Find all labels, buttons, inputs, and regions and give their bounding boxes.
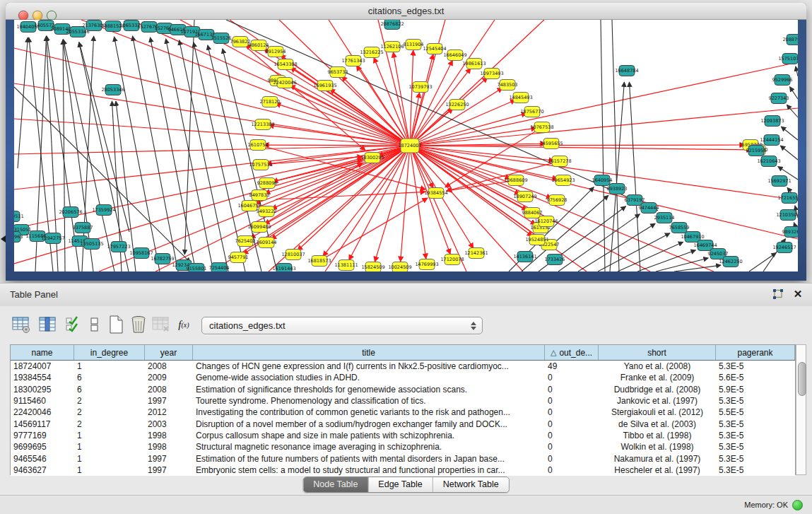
citation-edge-red[interactable]: [14, 83, 410, 146]
citation-edge-red[interactable]: [264, 146, 410, 224]
table-settings-icon[interactable]: [11, 315, 31, 334]
graph-node[interactable]: 9155801: [187, 264, 207, 272]
graph-node[interactable]: 19246517: [772, 243, 796, 253]
cell-title[interactable]: Investigating the contribution of common…: [193, 407, 545, 418]
cell-out_degree[interactable]: 0: [545, 384, 599, 395]
graph-node[interactable]: 8215955: [746, 146, 767, 156]
cell-out_degree[interactable]: 0: [545, 452, 599, 464]
network-canvas-svg[interactable]: 1940405614055724208914062055334621376300…: [14, 20, 798, 271]
graph-node[interactable]: 16961935: [313, 81, 336, 91]
cell-name[interactable]: 9465546: [11, 452, 74, 464]
cell-pagerank[interactable]: 5.3E-5: [716, 418, 795, 429]
graph-node[interactable]: 5493222: [257, 206, 277, 217]
cell-title[interactable]: Estimation of significance thresholds fo…: [193, 384, 545, 395]
citation-edge-black[interactable]: [610, 82, 624, 271]
graph-node[interactable]: 2718120: [260, 97, 281, 107]
cell-title[interactable]: Estimation of the future numbers of pati…: [193, 452, 545, 464]
cell-out_degree[interactable]: 0: [545, 418, 599, 429]
cell-year[interactable]: 2003: [145, 418, 193, 429]
row-format-icon[interactable]: [85, 315, 105, 334]
cell-name[interactable]: 18300295: [11, 384, 74, 395]
graph-node[interactable]: 7658559: [669, 223, 690, 233]
citation-edge-red[interactable]: [410, 54, 433, 146]
table-row[interactable]: 1456911722003Disruption of a novel membe…: [11, 418, 795, 429]
cell-year[interactable]: 2009: [145, 372, 193, 383]
cell-name[interactable]: 9115460: [11, 395, 74, 407]
cell-pagerank[interactable]: 5.3E-5: [716, 441, 795, 452]
citation-edge-black[interactable]: [522, 195, 608, 271]
cell-year[interactable]: 1997: [145, 395, 193, 407]
cell-name[interactable]: 9699695: [11, 441, 74, 452]
graph-node[interactable]: 7963822: [230, 37, 251, 47]
graph-node[interactable]: 15751074: [778, 54, 798, 64]
edit-columns-icon[interactable]: [64, 315, 83, 334]
cell-out_degree[interactable]: 0: [545, 430, 599, 441]
graph-node[interactable]: 9893268: [782, 227, 798, 238]
graph-node[interactable]: 15824509: [361, 262, 384, 272]
citation-edge-black[interactable]: [133, 36, 178, 271]
cell-year[interactable]: 2012: [145, 407, 193, 418]
citation-edge-red[interactable]: [410, 146, 466, 271]
graph-node[interactable]: 9457791: [228, 252, 249, 263]
column-header-year[interactable]: year: [145, 345, 193, 360]
cell-out_degree[interactable]: 0: [545, 441, 599, 452]
table-row[interactable]: 2242004622012Investigating the contribut…: [11, 407, 795, 418]
graph-node[interactable]: 16157278: [548, 156, 571, 167]
cell-title[interactable]: Disruption of a novel member of a sodium…: [193, 418, 545, 429]
graph-node[interactable]: 10973493: [480, 69, 503, 79]
table-row[interactable]: 1830029562008Estimation of significance …: [11, 384, 795, 395]
graph-node[interactable]: 14136141: [513, 252, 536, 262]
delete-columns-icon[interactable]: [129, 315, 148, 334]
graph-node[interactable]: 20206576: [59, 207, 82, 218]
graph-node[interactable]: 1610754: [248, 140, 269, 151]
cell-in_degree[interactable]: 2: [74, 407, 145, 418]
graph-node[interactable]: 17216555: [777, 193, 798, 204]
graph-node[interactable]: 1640954: [592, 175, 613, 186]
tab-edge-table[interactable]: Edge Table: [368, 477, 433, 492]
cell-year[interactable]: 2008: [145, 361, 193, 372]
graph-node[interactable]: 9653733: [328, 67, 348, 78]
graph-node[interactable]: 16818573: [307, 256, 331, 267]
cell-in_degree[interactable]: 1: [74, 430, 145, 441]
table-row[interactable]: 946362711997Embryonic stem cells: a mode…: [11, 465, 795, 476]
column-header-pagerank[interactable]: pagerank: [716, 345, 795, 360]
memory-status-indicator[interactable]: [792, 500, 803, 510]
column-header-name[interactable]: name: [11, 345, 74, 360]
graph-node[interactable]: 20887963: [782, 35, 798, 45]
graph-node[interactable]: 16648784: [615, 66, 638, 76]
cell-short[interactable]: Yano et al. (2008): [599, 361, 716, 372]
citation-edge-black[interactable]: [789, 87, 798, 99]
graph-node[interactable]: 7254404: [209, 263, 230, 272]
citation-edge-red[interactable]: [401, 146, 410, 262]
graph-node[interactable]: 17359924: [92, 205, 115, 216]
cell-name[interactable]: 22420046: [11, 407, 74, 418]
cell-title[interactable]: Embryonic stem cells: a model to study s…: [193, 465, 545, 476]
cell-pagerank[interactable]: 5.5E-5: [716, 407, 795, 418]
citation-edge-red[interactable]: [410, 146, 450, 255]
graph-node[interactable]: 16646049: [443, 50, 466, 61]
cell-in_degree[interactable]: 2: [74, 418, 145, 429]
cell-out_degree[interactable]: 0: [545, 372, 599, 383]
citation-edge-black[interactable]: [796, 66, 798, 76]
citation-edge-red[interactable]: [279, 20, 410, 146]
citation-edge-red[interactable]: [319, 198, 428, 261]
cell-in_degree[interactable]: 1: [74, 441, 145, 452]
graph-node[interactable]: 18756770: [520, 107, 543, 117]
citation-edge-black[interactable]: [656, 258, 708, 271]
citation-edge-black[interactable]: [18, 37, 28, 168]
graph-node[interactable]: 16782759: [151, 254, 174, 264]
cell-title[interactable]: Changes of HCN gene expression and I(f) …: [193, 361, 545, 372]
table-row[interactable]: 946554611997Estimation of the future num…: [11, 452, 795, 464]
cell-pagerank[interactable]: 5.3E-5: [716, 395, 795, 407]
citation-edge-black[interactable]: [781, 127, 798, 140]
table-scrollbar-thumb[interactable]: [798, 362, 806, 396]
graph-node[interactable]: 10688609: [504, 175, 527, 186]
graph-node[interactable]: 9288096: [257, 178, 278, 189]
graph-node[interactable]: 9756928: [547, 195, 567, 206]
graph-node[interactable]: 7483503: [498, 80, 518, 90]
citation-edge-black[interactable]: [194, 42, 245, 271]
cell-title[interactable]: Tourette syndrome. Phenomenology and cla…: [193, 395, 545, 407]
cell-in_degree[interactable]: 1: [74, 361, 145, 372]
cell-short[interactable]: Tibbo et al. (1998): [599, 430, 716, 441]
graph-node[interactable]: 20876822: [380, 20, 404, 30]
